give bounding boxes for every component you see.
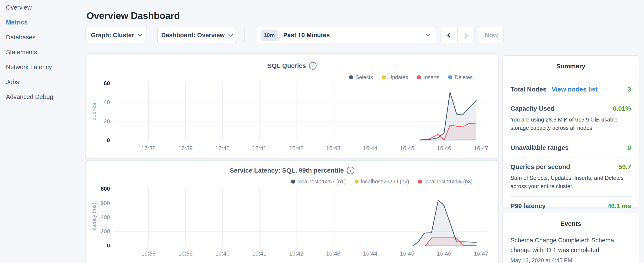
stat-label: Unavailable ranges <box>510 144 568 151</box>
svg-text:16:45: 16:45 <box>400 145 414 151</box>
time-range-badge: 10m <box>261 30 278 41</box>
svg-text:16:46: 16:46 <box>437 145 451 151</box>
event-timestamp: May 13, 2020 at 4:45 PM <box>510 257 631 263</box>
svg-text:16:40: 16:40 <box>215 250 230 257</box>
svg-text:latency (ms): latency (ms) <box>91 203 97 231</box>
chevron-right-icon <box>463 33 468 38</box>
svg-text:16:41: 16:41 <box>252 145 266 151</box>
next-time-button[interactable] <box>457 27 474 43</box>
chart-plot: 16:3816:3916:4016:4116:4216:4316:4416:45… <box>86 161 498 263</box>
page-title: Overview Dashboard <box>86 10 180 21</box>
sidebar-item-jobs[interactable]: Jobs <box>6 75 86 89</box>
stat-value: 46.1 ms <box>608 202 631 210</box>
summary-stat: Capacity Used0.01%You are using 28.6 MiB… <box>510 99 631 138</box>
stat-label: P99 latency <box>510 202 546 210</box>
service-latency-chart-panel: Service Latency: SQL, 99th percentileilo… <box>86 160 498 263</box>
sidebar-item-overview[interactable]: Overview <box>6 0 86 15</box>
sidebar-item-network-latency[interactable]: Network Latency <box>6 60 86 75</box>
events-title: Events <box>503 213 639 227</box>
svg-text:200: 200 <box>101 228 110 234</box>
summary-stat: Total NodesView nodes list3 <box>510 80 631 99</box>
chevron-down-icon <box>138 32 142 36</box>
svg-text:16:44: 16:44 <box>363 145 378 151</box>
chevron-left-icon <box>447 33 452 38</box>
svg-text:40: 40 <box>104 99 110 105</box>
event-text: Schema Change Completed: Schema change w… <box>510 235 631 255</box>
sql-queries-chart-panel: SQL QueriesiSelectsUpdatesInsertsDeletes… <box>86 53 498 158</box>
graph-dropdown[interactable]: Graph: Cluster <box>86 27 147 43</box>
time-range-dropdown[interactable]: 10m Past 10 Minutes <box>257 27 436 43</box>
stat-description: Sum of Selects, Updates, Inserts, and De… <box>510 174 631 190</box>
svg-text:60: 60 <box>104 80 110 86</box>
event-item[interactable]: Schema Change Completed: Schema change w… <box>510 235 631 263</box>
stat-value: 0.01% <box>613 105 631 112</box>
time-pager <box>440 27 474 43</box>
sidebar-item-metrics[interactable]: Metrics <box>6 15 86 30</box>
svg-text:16:38: 16:38 <box>142 250 156 257</box>
svg-text:16:47: 16:47 <box>474 250 488 257</box>
svg-text:queries: queries <box>91 103 97 120</box>
summary-stat: Queries per second59.7Sum of Selects, Up… <box>510 157 631 197</box>
svg-text:600: 600 <box>101 200 110 206</box>
svg-text:16:43: 16:43 <box>326 145 340 151</box>
stat-description: You are using 28.6 MiB of 515.9 GiB usab… <box>510 116 631 132</box>
graph-dropdown-label: Graph: Cluster <box>91 32 134 39</box>
svg-text:16:44: 16:44 <box>363 250 378 257</box>
now-button[interactable]: Now <box>479 27 504 43</box>
svg-text:16:46: 16:46 <box>437 250 451 257</box>
chart-plot: 16:3816:3916:4016:4116:4216:4316:4416:45… <box>86 54 498 158</box>
svg-text:16:45: 16:45 <box>400 250 414 257</box>
sidebar-item-databases[interactable]: Databases <box>6 30 86 45</box>
svg-text:800: 800 <box>101 185 110 192</box>
summary-title: Summary <box>503 56 639 70</box>
sidebar: OverviewMetricsDatabasesStatementsNetwor… <box>0 0 86 104</box>
summary-stat: P99 latency46.1 ms <box>510 197 631 215</box>
dashboard-dropdown[interactable]: Dashboard: Overview <box>157 27 236 43</box>
dashboard-dropdown-label: Dashboard: Overview <box>161 32 224 39</box>
svg-text:16:42: 16:42 <box>289 250 304 257</box>
svg-text:16:40: 16:40 <box>215 145 230 151</box>
svg-text:16:39: 16:39 <box>178 145 193 151</box>
prev-time-button[interactable] <box>441 27 457 43</box>
svg-text:16:38: 16:38 <box>142 145 156 151</box>
sidebar-item-statements[interactable]: Statements <box>6 45 86 60</box>
stat-label: Capacity Used <box>510 105 554 112</box>
events-panel: Events Schema Change Completed: Schema c… <box>502 213 639 263</box>
summary-stat: Unavailable ranges0 <box>510 138 631 157</box>
svg-text:16:39: 16:39 <box>178 250 193 257</box>
chevron-down-icon <box>228 32 232 36</box>
chevron-down-icon <box>426 32 430 36</box>
svg-text:16:42: 16:42 <box>289 145 304 151</box>
stat-label: Total Nodes <box>510 86 546 93</box>
sidebar-item-advanced-debug[interactable]: Advanced Debug <box>6 89 86 104</box>
time-range-label: Past 10 Minutes <box>283 32 421 39</box>
svg-text:16:47: 16:47 <box>474 145 488 151</box>
svg-text:16:43: 16:43 <box>326 250 340 257</box>
svg-text:0: 0 <box>107 137 110 143</box>
stat-label: Queries per second <box>510 163 570 170</box>
svg-text:16:41: 16:41 <box>252 250 266 257</box>
stat-value: 59.7 <box>619 163 631 170</box>
stat-value: 3 <box>628 86 631 93</box>
stat-value: 0 <box>628 144 631 151</box>
summary-panel: Summary Total NodesView nodes list3Capac… <box>502 55 639 208</box>
svg-text:0: 0 <box>107 242 110 249</box>
toolbar-divider <box>244 29 244 42</box>
view-nodes-list-link[interactable]: View nodes list <box>552 86 598 93</box>
svg-text:20: 20 <box>104 118 110 124</box>
svg-text:400: 400 <box>101 214 110 220</box>
